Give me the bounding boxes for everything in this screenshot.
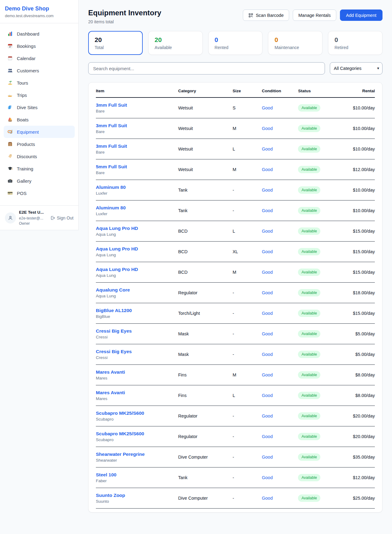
item-category: Fins <box>178 365 233 385</box>
item-name-link[interactable]: Scubapro MK25/S600 <box>96 410 144 416</box>
item-rental: $35.00/day <box>339 447 375 467</box>
category-select[interactable]: All Categories <box>330 62 383 74</box>
item-condition-link[interactable]: Good <box>262 434 273 439</box>
stats-row: 20 Total 20 Available 0 Rented 0 Mainten… <box>88 31 383 55</box>
item-condition-link[interactable]: Good <box>262 372 273 377</box>
item-condition-link[interactable]: Good <box>262 105 273 110</box>
item-name-link[interactable]: 5mm Full Suit <box>96 164 127 169</box>
item-rental: $18.00/day <box>339 283 375 303</box>
item-name-link[interactable]: Cressi Big Eyes <box>96 328 132 334</box>
sidebar-item-dive-sites[interactable]: Dive Sites <box>4 101 75 113</box>
item-condition-link[interactable]: Good <box>262 126 273 131</box>
item-name-link[interactable]: Steel 100 <box>96 472 116 477</box>
item-name-link[interactable]: 3mm Full Suit <box>96 102 127 108</box>
scan-barcode-button[interactable]: Scan Barcode <box>243 10 289 21</box>
sign-out-button[interactable]: Sign Out <box>50 216 74 220</box>
item-name-link[interactable]: Shearwater Peregrine <box>96 452 145 457</box>
item-name-link[interactable]: Aqualung Core <box>96 287 130 292</box>
item-category: Wetsuit <box>178 97 233 118</box>
sidebar-item-boats[interactable]: Boats <box>4 113 75 126</box>
sidebar-item-tours[interactable]: Tours <box>4 77 75 89</box>
scan-barcode-label: Scan Barcode <box>256 13 284 18</box>
item-condition-link[interactable]: Good <box>262 290 273 295</box>
grad-cap-icon <box>7 166 13 171</box>
item-brand: Suunto <box>96 499 176 504</box>
item-name-link[interactable]: BigBlue AL1200 <box>96 308 132 313</box>
sidebar-item-label: Dive Sites <box>17 105 38 110</box>
item-size: - <box>232 467 262 488</box>
header-actions: Scan Barcode Manage Rentals Add Equipmen… <box>243 9 383 21</box>
item-name-link[interactable]: Aqua Lung Pro HD <box>96 267 138 272</box>
item-category: Wetsuit <box>178 118 233 139</box>
table-header-row: Item Category Size Condition Status Rent… <box>96 84 375 97</box>
stat-value: 20 <box>155 36 196 44</box>
box-icon <box>7 141 13 147</box>
sidebar-item-equipment[interactable]: Equipment <box>4 126 75 138</box>
item-condition-link[interactable]: Good <box>262 167 273 172</box>
item-name-link[interactable]: Cressi Big Eyes <box>96 349 132 354</box>
item-brand: Scubapro <box>96 437 176 442</box>
sidebar-item-customers[interactable]: Customers <box>4 64 75 77</box>
stat-card-rented[interactable]: 0 Rented <box>208 31 263 55</box>
table-row: Aqua Lung Pro HD Aqua Lung BCD L Good Av… <box>96 221 375 242</box>
item-name-link[interactable]: Scubapro MK25/S600 <box>96 431 144 436</box>
item-condition-link[interactable]: Good <box>262 147 273 151</box>
sidebar-item-bookings[interactable]: 17 Bookings <box>4 40 75 52</box>
item-rental: $12.00/day <box>339 467 375 488</box>
sidebar-item-pos[interactable]: POS <box>4 187 75 199</box>
stat-label: Maintenance <box>274 45 316 50</box>
item-rental: $12.00/day <box>339 159 375 180</box>
item-condition-link[interactable]: Good <box>262 393 273 398</box>
sidebar-item-training[interactable]: Training <box>4 162 75 175</box>
tag-icon <box>7 154 13 159</box>
sidebar: Demo Dive Shop demo.test.divestreams.com… <box>0 0 79 230</box>
item-condition-link[interactable]: Good <box>262 414 273 418</box>
page-header-text: Equipment Inventory 20 items total <box>88 9 161 24</box>
item-rental: $10.00/day <box>339 200 375 221</box>
sidebar-item-products[interactable]: Products <box>4 138 75 150</box>
item-condition-link[interactable]: Good <box>262 249 273 254</box>
item-condition-link[interactable]: Good <box>262 188 273 193</box>
sidebar-item-dashboard[interactable]: Dashboard <box>4 28 75 40</box>
sidebar-item-calendar[interactable]: Calendar <box>4 52 75 64</box>
item-name-link[interactable]: Aluminum 80 <box>96 185 126 190</box>
table-row: Scubapro MK25/S600 Scubapro Regulator - … <box>96 426 375 447</box>
item-category: Regulator <box>178 406 233 426</box>
item-condition-link[interactable]: Good <box>262 311 273 316</box>
item-name-link[interactable]: 3mm Full Suit <box>96 143 127 149</box>
item-condition-link[interactable]: Good <box>262 331 273 336</box>
sign-out-label: Sign Out <box>57 216 74 220</box>
item-name-link[interactable]: Aluminum 80 <box>96 205 126 210</box>
item-name-link[interactable]: Aqua Lung Pro HD <box>96 226 138 231</box>
status-badge: Available <box>298 392 320 399</box>
search-input[interactable] <box>88 62 325 74</box>
stat-card-retired[interactable]: 0 Retired <box>328 31 383 55</box>
item-category: BCD <box>178 242 233 262</box>
item-condition-link[interactable]: Good <box>262 455 273 460</box>
item-name-link[interactable]: Mares Avanti <box>96 369 125 375</box>
item-condition-link[interactable]: Good <box>262 229 273 234</box>
item-rental: $25.00/day <box>339 488 375 509</box>
stat-label: Available <box>155 45 196 50</box>
item-condition-link[interactable]: Good <box>262 270 273 275</box>
item-condition-link[interactable]: Good <box>262 208 273 213</box>
item-name-link[interactable]: Suunto Zoop <box>96 493 125 498</box>
stat-card-total[interactable]: 20 Total <box>88 31 143 55</box>
item-name-link[interactable]: Mares Avanti <box>96 390 125 395</box>
stat-card-maintenance[interactable]: 0 Maintenance <box>268 31 322 55</box>
stat-card-available[interactable]: 20 Available <box>148 31 203 55</box>
sidebar-item-discounts[interactable]: Discounts <box>4 150 75 162</box>
manage-rentals-button[interactable]: Manage Rentals <box>293 10 336 21</box>
item-rental: $20.00/day <box>339 406 375 426</box>
item-name-link[interactable]: 3mm Full Suit <box>96 123 127 128</box>
table-row: Shearwater Peregrine Shearwater Dive Com… <box>96 447 375 467</box>
sidebar-item-trips[interactable]: Trips <box>4 89 75 101</box>
sidebar-item-gallery[interactable]: Gallery <box>4 175 75 187</box>
item-condition-link[interactable]: Good <box>262 352 273 357</box>
table-row: Steel 100 Faber Tank - Good Available $1… <box>96 467 375 488</box>
item-condition-link[interactable]: Good <box>262 475 273 480</box>
add-equipment-button[interactable]: Add Equipment <box>340 10 383 21</box>
status-badge: Available <box>298 289 320 296</box>
item-name-link[interactable]: Aqua Lung Pro HD <box>96 246 138 251</box>
item-condition-link[interactable]: Good <box>262 496 273 501</box>
